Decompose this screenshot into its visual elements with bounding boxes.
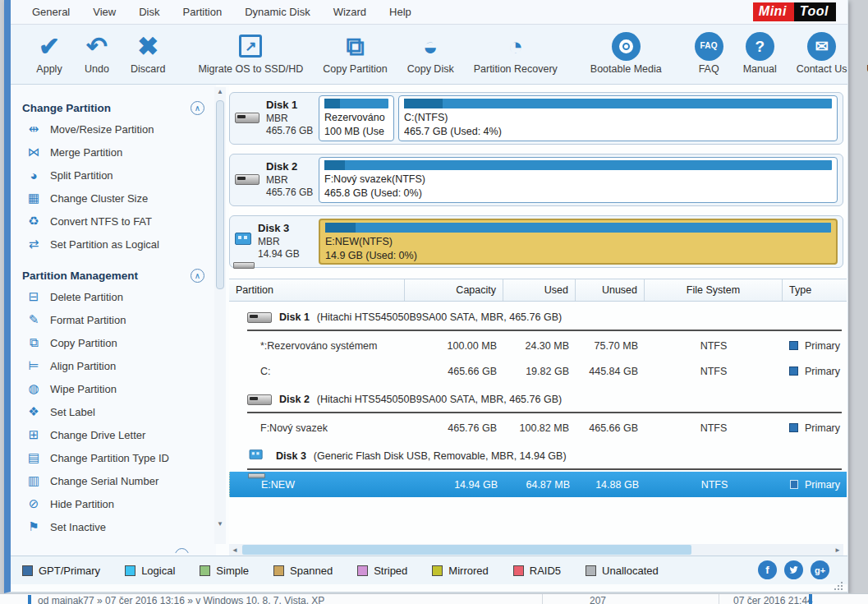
disk-meta[interactable]: Disk 1MBR465.76 GB <box>235 99 319 138</box>
upgrade-button[interactable]: Upgrade! <box>857 25 868 84</box>
type-label: Primary <box>805 422 840 434</box>
googleplus-icon[interactable]: g+ <box>811 560 829 579</box>
sidebar-scroll-thumb[interactable] <box>216 100 224 289</box>
sidebar-item-split-partition[interactable]: ◕Split Partition <box>22 164 216 187</box>
sidebar-item-format-partition[interactable]: ✎Format Partition <box>22 308 216 331</box>
sidebar-item-label: Move/Resize Partition <box>50 123 154 136</box>
menu-item-wizard[interactable]: Wizard <box>324 2 376 22</box>
sidebar-section-clipped <box>22 548 216 553</box>
sidebar-item-change-drive-letter[interactable]: ⊞Change Drive Letter <box>22 423 216 446</box>
table-row[interactable]: F:Nový svazek465.76 GB100.82 MB465.66 GB… <box>229 415 847 440</box>
sidebar-item-align-partition[interactable]: ⊨Align Partition <box>22 354 216 377</box>
disk-group-info: (Hitachi HTS545050B9SA00 SATA, MBR, 465.… <box>317 311 562 323</box>
sidebar-item-set-partition-as-logical[interactable]: ⇄Set Partition as Logical <box>22 233 216 256</box>
scroll-right-icon[interactable]: ► <box>832 546 843 554</box>
apply-button[interactable]: ✔Apply <box>25 25 73 84</box>
capacity-bar <box>324 99 388 108</box>
partition-tile[interactable]: C:(NTFS)465.7 GB (Used: 4%) <box>398 95 838 141</box>
migrate-os-icon: ↗ <box>239 30 262 62</box>
sidebar-item-set-label[interactable]: ❖Set Label <box>22 400 216 423</box>
manual-button[interactable]: ?Manual <box>733 25 787 84</box>
disk-info: Disk 2MBR465.76 GB <box>266 160 313 200</box>
legend-swatch-icon <box>125 565 135 576</box>
sidebar-item-delete-partition[interactable]: ⊟Delete Partition <box>22 285 216 308</box>
hscroll-thumb[interactable] <box>242 545 691 555</box>
table-row[interactable]: *:Rezervováno systémem100.00 MB24.30 MB7… <box>229 333 847 358</box>
sidebar-scrollbar[interactable]: ▲ ▼ <box>214 87 226 544</box>
sidebar-item-merge-partition[interactable]: ⋈Merge Partition <box>22 141 216 164</box>
column-header-type[interactable]: Type <box>783 279 847 301</box>
column-header-partition[interactable]: Partition <box>229 279 405 301</box>
facebook-icon[interactable]: f <box>758 560 777 579</box>
partition-recovery-button[interactable]: ◔Partition Recovery <box>464 25 567 84</box>
disk-partitions: Rezervováno100 MB (UseC:(NTFS)465.7 GB (… <box>319 95 838 141</box>
collapse-chevron-icon[interactable]: ∧ <box>191 101 204 115</box>
table-row[interactable]: E:NEW14.94 GB64.87 MB14.88 GBNTFSPrimary <box>229 472 847 497</box>
sidebar-item-copy-partition-side[interactable]: ⧉Copy Partition <box>22 331 216 354</box>
partition-usage: 465.8 GB (Used: 0%) <box>324 187 832 201</box>
cell-used: 64.87 MB <box>504 479 576 491</box>
sidebar-item-wipe-partition[interactable]: ◍Wipe Partition <box>22 377 216 400</box>
sidebar-item-change-cluster-size[interactable]: ▦Change Cluster Size <box>22 187 216 210</box>
copy-partition-button[interactable]: ⧉Copy Partition <box>313 25 397 84</box>
sidebar-item-convert-ntfs-to-fat[interactable]: ♻Convert NTFS to FAT <box>22 210 216 233</box>
menu-item-general[interactable]: General <box>22 2 80 22</box>
copy-disk-button[interactable]: ◒Copy Disk <box>397 25 464 84</box>
menu-item-dynamic-disk[interactable]: Dynamic Disk <box>235 2 319 22</box>
horizontal-scrollbar[interactable]: ◄ ► <box>229 544 843 556</box>
disk-group-row[interactable]: Disk 1 (Hitachi HTS545050B9SA00 SATA, MB… <box>229 302 847 333</box>
partition-tile[interactable]: Rezervováno100 MB (Use <box>319 95 394 141</box>
disk-panel-1[interactable]: Disk 1MBR465.76 GBRezervováno100 MB (Use… <box>229 92 843 145</box>
menu-item-disk[interactable]: Disk <box>129 2 169 22</box>
sidebar-section-header[interactable]: Change Partition∧ <box>22 98 216 118</box>
disk-style: MBR <box>258 236 300 249</box>
menu-item-partition[interactable]: Partition <box>172 2 232 22</box>
disk-panel-3[interactable]: Disk 3MBR14.94 GBE:NEW(NTFS)14.9 GB (Use… <box>229 215 843 268</box>
collapse-chevron-icon[interactable]: ∧ <box>191 269 204 283</box>
sidebar-item-change-serial-number[interactable]: ▥Change Serial Number <box>22 469 216 492</box>
disk-panel-2[interactable]: Disk 2MBR465.76 GBF:Nový svazek(NTFS)465… <box>229 154 843 206</box>
column-header-unused[interactable]: Unused <box>576 279 645 301</box>
legend-swatch-icon <box>586 565 596 576</box>
sidebar-item-move-resize-partition[interactable]: ⇹Move/Resize Partition <box>22 118 216 141</box>
column-header-file-system[interactable]: File System <box>645 279 783 301</box>
legend-swatch-icon <box>432 565 443 576</box>
legend-item-mirrored: Mirrored <box>432 565 488 577</box>
sidebar-item-label: Split Partition <box>50 169 113 182</box>
migrate-os-button[interactable]: ↗Migrate OS to SSD/HD <box>188 25 313 84</box>
column-header-capacity[interactable]: Capacity <box>405 279 503 301</box>
disk-group-row[interactable]: Disk 3 (Generic Flash Disk USB, Removabl… <box>229 440 847 472</box>
menu-item-view[interactable]: View <box>83 2 126 22</box>
sidebar-item-change-partition-type-id[interactable]: ▤Change Partition Type ID <box>22 446 216 469</box>
hscroll-track[interactable] <box>241 545 832 555</box>
partition-tile[interactable]: F:Nový svazek(NTFS)465.8 GB (Used: 0%) <box>319 157 838 203</box>
legend-swatch-icon <box>357 565 368 576</box>
undo-button[interactable]: ↶Undo <box>73 25 121 84</box>
legend-label: RAID5 <box>530 565 561 577</box>
sidebar-item-hide-partition[interactable]: ⊘Hide Partition <box>22 492 216 515</box>
disk-group-row[interactable]: Disk 2 (Hitachi HTS545050B9SA00 SATA, MB… <box>229 384 847 415</box>
disk-meta[interactable]: Disk 3MBR14.94 GB <box>235 222 319 261</box>
disk-meta[interactable]: Disk 2MBR465.76 GB <box>235 160 319 200</box>
scroll-down-icon[interactable]: ▼ <box>214 519 226 529</box>
contact-us-button[interactable]: ✉Contact Us <box>787 25 857 84</box>
migrate-os-label: Migrate OS to SSD/HD <box>198 63 303 75</box>
faq-label: FAQ <box>699 63 719 75</box>
sidebar-section-header[interactable]: Partition Management∧ <box>22 265 216 285</box>
resize-grip[interactable] <box>834 582 843 590</box>
column-header-used[interactable]: Used <box>503 279 576 301</box>
sidebar-item-set-inactive[interactable]: ⚑Set Inactive <box>22 515 216 538</box>
wipe-globe-icon: ◍ <box>25 381 42 396</box>
cell-used: 24.30 MB <box>503 340 576 352</box>
twitter-icon[interactable] <box>784 560 803 579</box>
table-row[interactable]: C:465.66 GB19.82 GB445.84 GBNTFSPrimary <box>229 358 847 384</box>
scroll-left-icon[interactable]: ◄ <box>229 546 241 554</box>
menu-item-help[interactable]: Help <box>379 2 421 22</box>
scroll-up-icon[interactable]: ▲ <box>214 87 226 97</box>
faq-button[interactable]: FAQFAQ <box>685 25 733 84</box>
partition-label: F:Nový svazek(NTFS) <box>324 173 832 187</box>
partition-tile[interactable]: E:NEW(NTFS)14.9 GB (Used: 0%) <box>319 219 838 265</box>
bootable-media-button[interactable]: Bootable Media <box>581 25 672 84</box>
cell-capacity: 465.66 GB <box>405 366 503 377</box>
discard-button[interactable]: ✖Discard <box>121 25 175 84</box>
